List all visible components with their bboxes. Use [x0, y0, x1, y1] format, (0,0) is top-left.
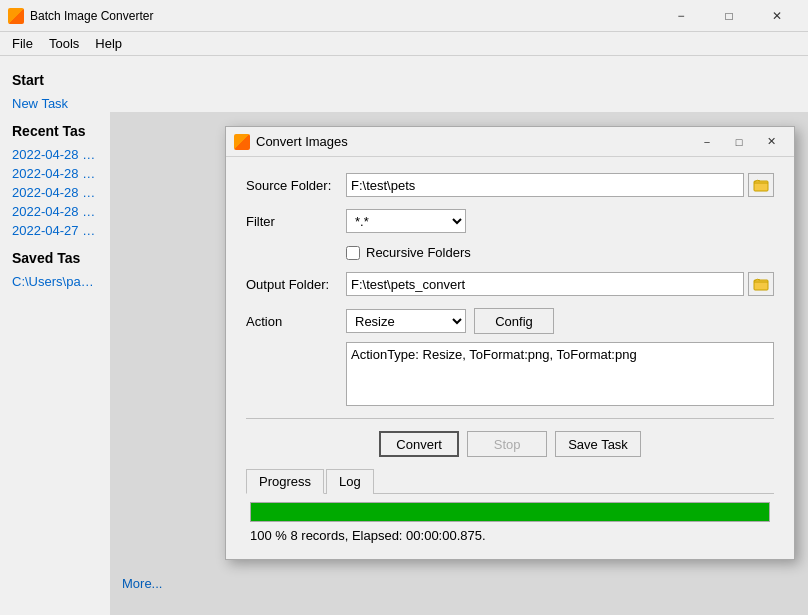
source-folder-label: Source Folder:	[246, 178, 346, 193]
config-row	[246, 342, 774, 406]
recursive-label: Recursive Folders	[366, 245, 471, 260]
config-button[interactable]: Config	[474, 308, 554, 334]
app-title: Batch Image Converter	[30, 9, 658, 23]
source-folder-browse[interactable]	[748, 173, 774, 197]
tab-log[interactable]: Log	[326, 469, 374, 494]
close-button[interactable]: ✕	[754, 2, 800, 30]
output-folder-label: Output Folder:	[246, 277, 346, 292]
progress-bar-container	[250, 502, 770, 522]
filter-controls: *.* *.jpg *.png *.bmp	[346, 209, 774, 233]
stop-button[interactable]: Stop	[467, 431, 547, 457]
sidebar: Start New Task Recent Tas 2022-04-28 16:…	[0, 56, 110, 615]
dialog-close-button[interactable]: ✕	[756, 131, 786, 153]
menu-file[interactable]: File	[4, 34, 41, 53]
separator	[246, 418, 774, 419]
title-bar: Batch Image Converter − □ ✕	[0, 0, 808, 32]
button-row: Convert Stop Save Task	[246, 431, 774, 457]
menu-help[interactable]: Help	[87, 34, 130, 53]
sidebar-recent-title: Recent Tas	[12, 123, 98, 139]
output-folder-browse[interactable]	[748, 272, 774, 296]
convert-button[interactable]: Convert	[379, 431, 459, 457]
action-select[interactable]: Resize Convert Watermark Rotate	[346, 309, 466, 333]
dialog-minimize-button[interactable]: −	[692, 131, 722, 153]
sidebar-saved-0[interactable]: C:\Users\pan\D...	[12, 274, 98, 289]
action-label: Action	[246, 314, 346, 329]
sidebar-saved-title: Saved Tas	[12, 250, 98, 266]
config-textarea[interactable]	[346, 342, 774, 406]
filter-select[interactable]: *.* *.jpg *.png *.bmp	[346, 209, 466, 233]
progress-area: 100 % 8 records, Elapsed: 00:00:00.875.	[246, 502, 774, 543]
recursive-row: Recursive Folders	[246, 245, 774, 260]
recursive-checkbox[interactable]	[346, 246, 360, 260]
dialog-title-bar: Convert Images − □ ✕	[226, 127, 794, 157]
dialog-body: Source Folder: Filte	[226, 157, 794, 559]
menu-tools[interactable]: Tools	[41, 34, 87, 53]
tab-bar: Progress Log	[246, 469, 774, 494]
dialog-title: Convert Images	[256, 134, 692, 149]
dialog-maximize-button[interactable]: □	[724, 131, 754, 153]
source-folder-row: Source Folder:	[246, 173, 774, 197]
tab-progress[interactable]: Progress	[246, 469, 324, 494]
sidebar-new-task[interactable]: New Task	[12, 96, 98, 111]
window-controls: − □ ✕	[658, 2, 800, 30]
output-folder-controls	[346, 272, 774, 296]
sidebar-start-title: Start	[12, 72, 98, 88]
main-content: Start New Task Recent Tas 2022-04-28 16:…	[0, 56, 808, 615]
convert-images-dialog: Convert Images − □ ✕ Source Folder:	[225, 126, 795, 560]
sidebar-recent-1[interactable]: 2022-04-28 15:...	[12, 166, 98, 181]
output-folder-row: Output Folder:	[246, 272, 774, 296]
source-folder-controls	[346, 173, 774, 197]
minimize-button[interactable]: −	[658, 2, 704, 30]
output-folder-input[interactable]	[346, 272, 744, 296]
sidebar-recent-2[interactable]: 2022-04-28 15:...	[12, 185, 98, 200]
dialog-icon	[234, 134, 250, 150]
sidebar-recent-0[interactable]: 2022-04-28 16:...	[12, 147, 98, 162]
dialog-controls: − □ ✕	[692, 131, 786, 153]
app-icon	[8, 8, 24, 24]
filter-label: Filter	[246, 214, 346, 229]
progress-text: 100 % 8 records, Elapsed: 00:00:00.875.	[250, 528, 770, 543]
save-task-button[interactable]: Save Task	[555, 431, 641, 457]
progress-bar-fill	[251, 503, 769, 521]
source-folder-input[interactable]	[346, 173, 744, 197]
sidebar-recent-4[interactable]: 2022-04-27 14:...	[12, 223, 98, 238]
filter-row: Filter *.* *.jpg *.png *.bmp	[246, 209, 774, 233]
menu-bar: File Tools Help	[0, 32, 808, 56]
action-controls: Resize Convert Watermark Rotate Config	[346, 308, 554, 334]
sidebar-recent-3[interactable]: 2022-04-28 12:...	[12, 204, 98, 219]
maximize-button[interactable]: □	[706, 2, 752, 30]
action-row: Action Resize Convert Watermark Rotate C…	[246, 308, 774, 334]
